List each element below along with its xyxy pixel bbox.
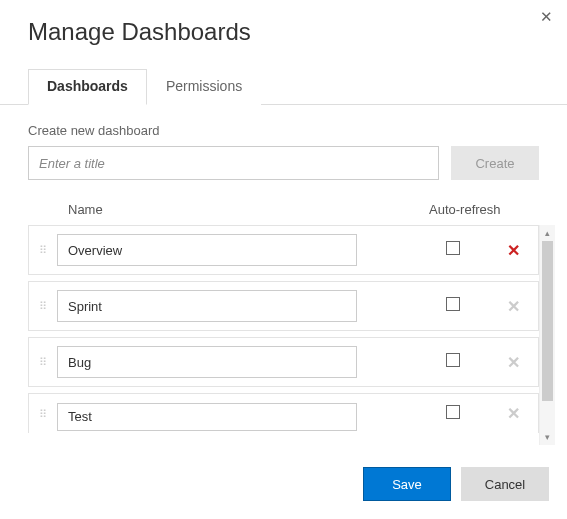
drag-handle-icon[interactable]: ⠿ xyxy=(29,411,57,417)
dialog-title: Manage Dashboards xyxy=(0,0,567,52)
list-item: ⠿ ✕ xyxy=(28,393,539,433)
tab-content: Create new dashboard Create Name Auto-re… xyxy=(0,105,567,445)
list-item: ⠿ ✕ xyxy=(28,281,539,331)
new-dashboard-title-input[interactable] xyxy=(28,146,439,180)
create-row: Create xyxy=(28,146,539,180)
dashboard-name-input[interactable] xyxy=(57,403,357,431)
delete-icon: ✕ xyxy=(507,405,520,422)
tab-bar: Dashboards Permissions xyxy=(0,52,567,105)
scrollbar[interactable]: ▴ ▾ xyxy=(539,225,555,445)
dashboard-name-input[interactable] xyxy=(57,234,357,266)
auto-refresh-checkbox[interactable] xyxy=(446,241,460,255)
auto-refresh-checkbox[interactable] xyxy=(446,297,460,311)
auto-refresh-checkbox[interactable] xyxy=(446,353,460,367)
save-button[interactable]: Save xyxy=(363,467,451,501)
scroll-down-icon[interactable]: ▾ xyxy=(540,429,555,445)
dialog-footer: Save Cancel xyxy=(363,467,549,501)
scroll-thumb[interactable] xyxy=(542,241,553,401)
dashboard-name-input[interactable] xyxy=(57,290,357,322)
dashboard-name-input[interactable] xyxy=(57,346,357,378)
tab-dashboards[interactable]: Dashboards xyxy=(28,69,147,105)
column-header-name: Name xyxy=(64,202,429,217)
tab-permissions[interactable]: Permissions xyxy=(147,69,261,105)
manage-dashboards-dialog: ✕ Manage Dashboards Dashboards Permissio… xyxy=(0,0,567,519)
delete-icon: ✕ xyxy=(507,354,520,371)
drag-handle-icon[interactable]: ⠿ xyxy=(29,359,57,365)
list-item: ⠿ ✕ xyxy=(28,337,539,387)
delete-icon: ✕ xyxy=(507,298,520,315)
close-icon[interactable]: ✕ xyxy=(540,8,553,26)
cancel-button[interactable]: Cancel xyxy=(461,467,549,501)
create-button[interactable]: Create xyxy=(451,146,539,180)
dashboard-list: ⠿ ✕ ⠿ ✕ ⠿ ✕ ⠿ xyxy=(28,225,539,445)
scroll-up-icon[interactable]: ▴ xyxy=(540,225,555,241)
drag-handle-icon[interactable]: ⠿ xyxy=(29,303,57,309)
column-header-refresh: Auto-refresh xyxy=(429,202,539,217)
delete-icon[interactable]: ✕ xyxy=(507,242,520,259)
create-label: Create new dashboard xyxy=(28,123,539,138)
auto-refresh-checkbox[interactable] xyxy=(446,405,460,419)
list-item: ⠿ ✕ xyxy=(28,225,539,275)
column-headers: Name Auto-refresh xyxy=(28,202,539,225)
drag-handle-icon[interactable]: ⠿ xyxy=(29,247,57,253)
